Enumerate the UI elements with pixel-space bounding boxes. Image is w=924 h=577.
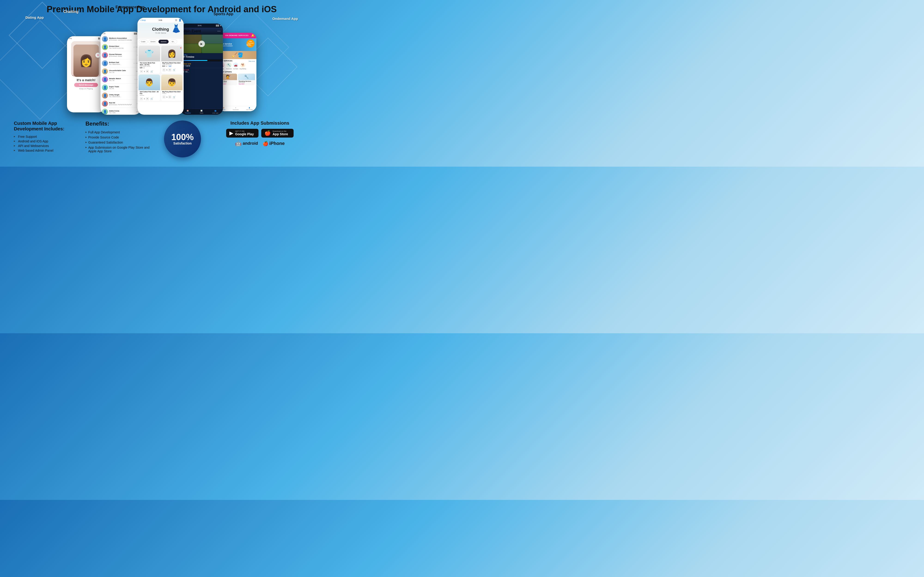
- cart-icon[interactable]: 🛒: [173, 96, 176, 98]
- service-handyman[interactable]: 🔧 Handyman: [226, 63, 232, 69]
- items-count: 73.3K Items: [155, 32, 166, 34]
- product-brand: Armani: [162, 93, 182, 94]
- list-item: Android and iOS App: [14, 139, 79, 143]
- products-grid: 👕 The Iconic Mesh Polo Shirt - All Fits …: [137, 45, 184, 102]
- product-card[interactable]: 👕 The Iconic Mesh Polo Shirt - All Fits …: [139, 46, 160, 74]
- benefits-title: Benefits:: [86, 121, 155, 127]
- yellow-card-player: 35' Sane: [182, 64, 221, 67]
- services-grid: 💄 Beauty 🔧 Handyman 🚗 Car Wash 🐕: [220, 63, 255, 69]
- product-brand: Hermes: [140, 95, 159, 96]
- person-icon[interactable]: 👤: [179, 19, 181, 21]
- lineups-icon: 👥: [214, 110, 216, 112]
- offer-plumbing[interactable]: 🔧 Plumbing Services $599 $399 Save $100: [238, 74, 255, 85]
- product-image: 👦: [161, 74, 183, 90]
- qty-value: 1: [166, 96, 168, 98]
- android-logo: 🤖 android: [235, 140, 258, 147]
- qty-minus[interactable]: −: [162, 68, 166, 71]
- list-item: Guaranteed Satisfaction: [86, 140, 155, 145]
- phones-row: Dating App 9:41 ▌▌▌ ◈ 👩 ♥ ♥ ♥: [7, 18, 317, 115]
- favorite-icon[interactable]: ♥: [180, 47, 182, 49]
- nav-favourites[interactable]: ♥ Favourites: [233, 107, 239, 110]
- includes-section: Includes App Submissions ▶ GET IT ON Goo…: [210, 121, 310, 147]
- product-name: The Iconic Mesh Polo Shirt - All Fits: [140, 62, 159, 66]
- list-item: Provide Source Code: [86, 135, 155, 140]
- satisfaction-label: Satisfaction: [173, 142, 192, 145]
- service-dogwalking[interactable]: 🐕 Dog Walking: [239, 63, 246, 69]
- product-card[interactable]: ♥ 👩 Big Pony Mesh Polo Shirt Stella McCa…: [161, 46, 183, 74]
- product-name: Soft Cotton Polo Shirt - All Fits: [140, 91, 159, 95]
- nav-profile[interactable]: 👤 User Profile: [246, 107, 253, 110]
- heart-icon: ♥: [235, 107, 236, 108]
- iphone-logo: 🍎 iPhone: [263, 141, 285, 146]
- best-offers-title: BEST OFFERS: [220, 71, 255, 73]
- qty-plus[interactable]: +: [146, 97, 149, 100]
- product-image: 👕: [139, 46, 160, 61]
- list-item: Free Support: [14, 134, 79, 139]
- cart-icon[interactable]: 🛒: [150, 97, 153, 100]
- offer-image: 🔧: [238, 74, 255, 80]
- product-image: ♥ 👩: [161, 46, 183, 61]
- avatar: 👤: [102, 44, 108, 50]
- list-item[interactable]: 👤 Super Trade You Hit 04/0: [100, 84, 141, 92]
- page-title: Premium Mobile App Development for Andro…: [7, 5, 317, 14]
- qty-value: 1: [166, 69, 168, 71]
- chat-list: 👤 Mediocre Association @Tommaso: userSea…: [100, 35, 141, 115]
- tab-jackets[interactable]: Jackets: [158, 40, 168, 44]
- list-item[interactable]: 👤 Distant Beer You: Scroll to very top ✓…: [100, 43, 141, 51]
- timeline-icon: 📅: [187, 110, 189, 112]
- chatting-app-phone: 1:42 ▌▌▌ ◈ 👤 Mediocre Association @Tomma…: [100, 32, 141, 115]
- list-item[interactable]: 👤 Dismal Release @Tommaso: Asdsd 04/2: [100, 51, 141, 59]
- cart-icon[interactable]: 🛒: [173, 69, 176, 71]
- product-controls: − 1 + 🛒: [161, 95, 183, 99]
- list-item[interactable]: 👤 Brilliant Sail You: Attachment... ✓✓ 0…: [100, 59, 141, 68]
- nav-timeline[interactable]: 📅 Timeline: [184, 110, 191, 114]
- qty-minus[interactable]: −: [140, 70, 143, 73]
- product-card[interactable]: 👦 Big Pony Mesh Polo Shirt Armani − 1 + …: [161, 74, 183, 101]
- red-card-player: 31' Mi...: [182, 71, 221, 73]
- send-message-btn[interactable]: Send Message: [74, 83, 98, 87]
- qty-plus[interactable]: +: [146, 70, 149, 73]
- goal-event: GOAL! 38' Firmino: [180, 53, 223, 59]
- service-carwash[interactable]: 🚗 Car Wash: [233, 63, 238, 69]
- list-item: Full App Development: [86, 130, 155, 135]
- qty-plus[interactable]: +: [168, 68, 171, 71]
- filter-icon[interactable]: ☰: [175, 19, 177, 21]
- list-item[interactable]: 👤 Mediocre Association @Tommaso: userSea…: [100, 35, 141, 43]
- list-item[interactable]: 👤 Metallic Match You: Ok ✓✓ 04/0: [100, 76, 141, 84]
- ondemand-topbar: ☰ ON-DEMAND SERVICES 🔔: [218, 33, 257, 38]
- back-button[interactable]: < Shop: [140, 19, 146, 21]
- list-item[interactable]: 👤 Chilly Single You: Attachment... 04/0: [100, 92, 141, 100]
- tab-coats[interactable]: Coats: [139, 40, 148, 44]
- cart-icon[interactable]: 🛒: [150, 70, 153, 73]
- bottom-section: Custom Mobile App Development Includes: …: [7, 115, 317, 160]
- avatar: 👤: [102, 60, 108, 66]
- list-item[interactable]: 👤 Red Hit @Tommaso: PoPoPoPoPoPoPoP 04/0: [100, 100, 141, 108]
- google-play-badge[interactable]: ▶ GET IT ON Google Play: [226, 129, 258, 137]
- product-card[interactable]: 👨 Soft Cotton Polo Shirt - All Fits Herm…: [139, 74, 160, 101]
- nav-lineups[interactable]: 👥 Line ups: [212, 110, 218, 114]
- chat-time: 1:42: [102, 33, 105, 35]
- play-button[interactable]: ▶: [199, 40, 205, 47]
- app-store-badge[interactable]: 🍎 Download on the App Store: [261, 129, 294, 137]
- nav-stats[interactable]: 📊 Stats: [200, 110, 203, 114]
- benefits-section: Benefits: Full App Development Provide S…: [86, 121, 155, 154]
- product-controls: − 1 + 🛒: [161, 68, 183, 72]
- qty-minus[interactable]: −: [162, 95, 166, 98]
- offers-grid: 💇 Hair Buzz $599 $299 Save $100 🔧 Plumbi…: [220, 74, 255, 85]
- bell-icon[interactable]: 🔔: [251, 34, 255, 37]
- bottom-nav: 🏠 Home ♥ Favourites 👤 User Profile: [218, 106, 257, 111]
- goal-player: 38' Firmino: [182, 56, 221, 58]
- app-store-large: App Store: [273, 132, 288, 136]
- yellow-card-label: Yellow card: [182, 63, 221, 64]
- list-item[interactable]: 👤 Uncomfortable Cake You: Ok 04/25: [100, 68, 141, 76]
- view-more-link[interactable]: View more: [249, 60, 255, 62]
- qty-minus[interactable]: −: [140, 97, 143, 100]
- tab-more[interactable]: Sh...: [170, 40, 177, 44]
- tab-denim[interactable]: Denim: [149, 40, 158, 44]
- qty-plus[interactable]: +: [168, 95, 171, 98]
- list-item[interactable]: 👤 Adela Crona You: hello 04/18: [100, 108, 141, 115]
- product-name: Big Pony Mesh Polo Shirt: [162, 62, 182, 64]
- satisfaction-section: 100% Satisfaction: [162, 121, 203, 157]
- avatar: 👤: [102, 68, 108, 74]
- chatting-label: Chatting: [63, 10, 79, 14]
